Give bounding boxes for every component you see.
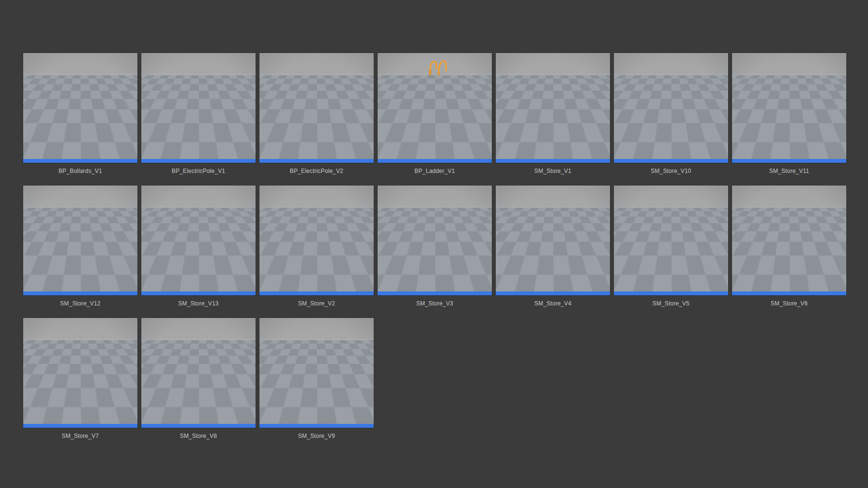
asset-thumbnail <box>378 185 492 295</box>
asset-label: SM_Store_V8 <box>141 433 256 439</box>
thumbnail-vignette <box>614 53 728 159</box>
thumbnail-vignette <box>23 318 137 424</box>
asset-type-color-bar <box>732 291 846 295</box>
asset-type-color-bar <box>614 291 728 295</box>
material-sphere-icon <box>599 282 606 289</box>
thumbnail-vignette <box>141 185 256 291</box>
asset-tile-SM_Store_V8[interactable]: SM_Store_V8 <box>141 318 256 447</box>
asset-thumbnail <box>259 185 374 295</box>
material-sphere-icon <box>717 282 724 289</box>
asset-preview <box>259 318 374 424</box>
asset-label: BP_ElectricPole_V2 <box>259 168 374 174</box>
asset-tile-SM_Store_V13[interactable]: SM_Store_V13 <box>141 185 256 314</box>
asset-preview <box>378 53 492 159</box>
asset-label: SM_Store_V10 <box>614 168 728 174</box>
asset-label: SM_Store_V11 <box>732 168 846 174</box>
thumbnail-vignette <box>614 185 728 291</box>
content-area: { "view": { "background_color": "#3b3b3b… <box>0 0 868 488</box>
asset-thumbnail <box>259 318 374 428</box>
asset-type-color-bar <box>141 159 256 163</box>
asset-label: SM_Store_V2 <box>259 300 374 307</box>
asset-preview <box>141 318 256 424</box>
asset-tile-BP_ElectricPole_V1[interactable]: BP_ElectricPole_V1 <box>141 53 256 182</box>
asset-thumbnail <box>378 53 492 163</box>
asset-label: SM_Store_V13 <box>141 300 256 307</box>
material-sphere-icon <box>126 149 134 157</box>
asset-type-color-bar <box>259 291 374 295</box>
asset-tile-SM_Store_V11[interactable]: SM_Store_V11 <box>732 53 846 182</box>
asset-label: SM_Store_V6 <box>732 300 846 307</box>
asset-type-color-bar <box>141 291 256 295</box>
asset-tile-SM_Store_V12[interactable]: SM_Store_V12 <box>23 185 137 314</box>
asset-type-color-bar <box>259 159 374 163</box>
asset-label: SM_Store_V1 <box>496 168 610 174</box>
asset-type-color-bar <box>23 291 137 295</box>
asset-preview <box>732 53 846 159</box>
asset-tile-SM_Store_V6[interactable]: SM_Store_V6 <box>732 185 846 314</box>
material-sphere-icon <box>244 149 252 157</box>
asset-label: SM_Store_V7 <box>23 433 137 439</box>
asset-tile-SM_Store_V7[interactable]: MUSIC SM_Store_V7 <box>23 318 137 447</box>
material-sphere-icon <box>835 282 842 289</box>
material-sphere-icon <box>126 282 134 289</box>
asset-preview <box>23 185 137 291</box>
asset-thumbnail <box>23 185 137 295</box>
material-sphere-icon <box>363 414 370 422</box>
asset-tile-SM_Store_V1[interactable]: SM_Store_V1 <box>496 53 610 182</box>
asset-type-color-bar <box>378 291 492 295</box>
material-sphere-icon <box>126 414 134 422</box>
asset-tile-BP_Ladder_V1[interactable]: BP_Ladder_V1 <box>378 53 492 182</box>
asset-thumbnail <box>23 53 137 163</box>
thumbnail-vignette <box>378 185 492 291</box>
asset-thumbnail: MUSIC <box>23 318 137 428</box>
asset-tile-SM_Store_V5[interactable]: SM_Store_V5 <box>614 185 728 314</box>
asset-tile-BP_Bollards_V1[interactable]: BP_Bollards_V1 <box>23 53 137 182</box>
asset-preview <box>496 53 610 159</box>
asset-preview <box>614 53 728 159</box>
material-sphere-icon <box>363 149 370 157</box>
asset-thumbnail <box>496 185 610 295</box>
asset-label: BP_ElectricPole_V1 <box>141 168 256 174</box>
thumbnail-vignette <box>259 318 374 424</box>
asset-tile-SM_Store_V4[interactable]: SM_Store_V4 <box>496 185 610 314</box>
material-sphere-icon <box>835 149 842 157</box>
asset-grid: BP_Bollards_V1 BP_ElectricPole_V1 <box>23 53 851 447</box>
asset-preview <box>378 185 492 291</box>
asset-type-color-bar <box>614 159 728 163</box>
asset-preview <box>141 53 256 159</box>
asset-preview <box>23 53 137 159</box>
thumbnail-vignette <box>23 53 137 159</box>
asset-label: SM_Store_V5 <box>614 300 728 307</box>
thumbnail-vignette <box>732 53 846 159</box>
asset-type-color-bar <box>496 159 610 163</box>
thumbnail-vignette <box>732 185 846 291</box>
asset-label: SM_Store_V4 <box>496 300 610 307</box>
asset-type-color-bar <box>732 159 846 163</box>
asset-thumbnail <box>141 53 256 163</box>
material-sphere-icon <box>481 282 488 289</box>
asset-type-color-bar <box>378 159 492 163</box>
asset-thumbnail <box>141 185 256 295</box>
asset-preview <box>259 185 374 291</box>
asset-preview <box>614 185 728 291</box>
asset-tile-SM_Store_V3[interactable]: SM_Store_V3 <box>378 185 492 314</box>
material-sphere-icon <box>599 149 606 157</box>
asset-tile-SM_Store_V2[interactable]: SM_Store_V2 <box>259 185 374 314</box>
thumbnail-vignette <box>141 53 256 159</box>
asset-preview <box>141 185 256 291</box>
asset-tile-BP_ElectricPole_V2[interactable]: BP_ElectricPole_V2 <box>259 53 374 182</box>
asset-tile-SM_Store_V10[interactable]: SM_Store_V10 <box>614 53 728 182</box>
asset-label: SM_Store_V3 <box>378 300 492 307</box>
material-sphere-icon <box>481 149 488 157</box>
asset-tile-SM_Store_V9[interactable]: SM_Store_V9 <box>259 318 374 447</box>
asset-type-color-bar <box>259 424 374 428</box>
thumbnail-vignette <box>23 185 137 291</box>
thumbnail-vignette <box>496 53 610 159</box>
asset-type-color-bar <box>23 424 137 428</box>
asset-label: BP_Ladder_V1 <box>378 168 492 174</box>
asset-thumbnail <box>614 53 728 163</box>
material-sphere-icon <box>363 282 370 289</box>
material-sphere-icon <box>244 414 252 422</box>
asset-preview: MUSIC <box>23 318 137 424</box>
asset-type-color-bar <box>141 424 256 428</box>
